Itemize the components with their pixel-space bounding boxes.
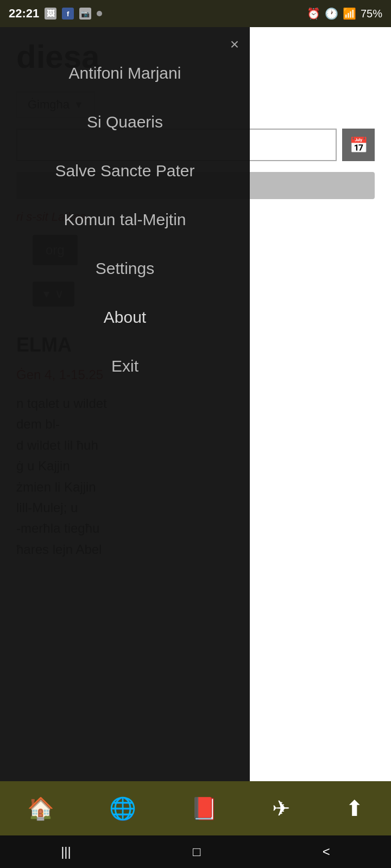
nav-home[interactable]: 🏠: [27, 796, 54, 821]
cross-icon: ✈: [272, 796, 291, 821]
android-home-button[interactable]: □: [193, 844, 201, 859]
upload-icon: ⬆: [345, 796, 364, 821]
menu-item-salve-sancte-pater[interactable]: Salve Sancte Pater: [0, 146, 250, 195]
calendar-icon-button[interactable]: 📅: [342, 129, 375, 161]
menu-item-about[interactable]: About: [0, 293, 250, 342]
gallery-icon: 🖼: [45, 8, 56, 20]
nav-cross[interactable]: ✈: [272, 796, 291, 821]
android-nav-bar: ||| □ <: [0, 835, 391, 868]
android-menu-button[interactable]: |||: [61, 844, 71, 859]
alarm-icon: ⏰: [307, 7, 320, 20]
navigation-drawer: × Antifoni Marjani Si Quaeris Salve Sanc…: [0, 27, 250, 835]
time-display: 22:21: [9, 7, 39, 21]
menu-item-si-quaeris[interactable]: Si Quaeris: [0, 98, 250, 146]
nav-browser[interactable]: 🌐: [109, 796, 136, 821]
clock-icon: 🕐: [325, 7, 338, 20]
status-bar: 22:21 🖼 f 📷 ⏰ 🕐 📶 75%: [0, 0, 391, 27]
browser-icon: 🌐: [109, 796, 136, 821]
camera-icon: 📷: [79, 8, 91, 20]
battery-display: 75%: [361, 8, 382, 20]
status-left: 22:21 🖼 f 📷: [9, 7, 102, 21]
close-button[interactable]: ×: [230, 36, 239, 53]
home-icon: 🏠: [27, 796, 54, 821]
book-icon: 📕: [191, 796, 218, 821]
wifi-icon: 📶: [343, 7, 356, 20]
menu-item-exit[interactable]: Exit: [0, 342, 250, 391]
nav-bar: 🏠 🌐 📕 ✈ ⬆: [0, 781, 391, 835]
menu-item-antifoni-marjani[interactable]: Antifoni Marjani: [0, 49, 250, 98]
menu-item-settings[interactable]: Settings: [0, 244, 250, 293]
facebook-icon: f: [62, 8, 74, 20]
nav-upload[interactable]: ⬆: [345, 796, 364, 821]
android-back-button[interactable]: <: [323, 844, 330, 859]
notification-dot: [97, 11, 102, 16]
nav-book[interactable]: 📕: [191, 796, 218, 821]
status-right: ⏰ 🕐 📶 75%: [307, 7, 382, 20]
menu-item-komun-tal-mejtin[interactable]: Komun tal-Mejtin: [0, 195, 250, 244]
